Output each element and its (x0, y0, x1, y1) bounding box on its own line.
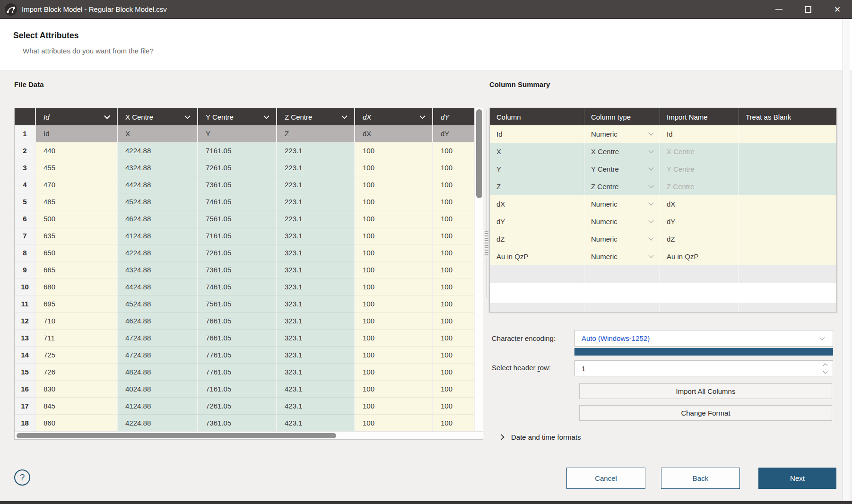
summary-empty-cell (739, 303, 836, 312)
chevron-down-icon (648, 182, 653, 188)
file-data-cell: 4724.88 (118, 330, 198, 347)
file-data-cell: 223.1 (277, 159, 355, 176)
summary-column-type-dropdown[interactable]: Y Centre (584, 160, 660, 178)
summary-treat-as-blank-cell[interactable] (739, 160, 836, 178)
row-number-cell: 6 (15, 210, 36, 227)
summary-column-type-dropdown[interactable]: Numeric (584, 195, 660, 213)
horizontal-scrollbar-thumb[interactable] (17, 433, 336, 438)
row-number-cell: 7 (15, 227, 36, 244)
file-column-header[interactable]: dX (355, 108, 433, 125)
summary-import-name-cell[interactable]: Y Centre (660, 160, 739, 178)
summary-treat-as-blank-cell[interactable] (739, 248, 836, 265)
chevron-down-icon[interactable] (184, 113, 191, 119)
row-number-cell: 16 (15, 381, 36, 398)
summary-column-type-dropdown[interactable]: Numeric (584, 248, 660, 265)
summary-import-name-cell[interactable]: Z Centre (660, 178, 739, 195)
summary-import-name-cell[interactable]: dZ (660, 230, 739, 248)
file-data-horizontal-scrollbar[interactable] (15, 431, 483, 439)
close-button[interactable]: ✕ (823, 0, 852, 19)
file-data-cell: 500 (36, 210, 118, 227)
summary-treat-as-blank-cell[interactable] (739, 213, 836, 230)
file-data-cell: 4624.88 (118, 210, 198, 227)
chevron-down-icon (648, 235, 653, 240)
minimize-button[interactable] (764, 0, 793, 19)
file-data-cell: 223.1 (277, 176, 355, 193)
file-data-cell: 423.1 (277, 381, 355, 398)
back-button[interactable]: Back (661, 468, 740, 489)
splitter-grip-handle[interactable] (485, 231, 489, 257)
summary-column-name-cell: Z (490, 178, 584, 195)
summary-column-type-dropdown[interactable]: Numeric (584, 125, 660, 143)
row-number-cell: 12 (15, 313, 36, 330)
file-data-cell: 7261.05 (198, 244, 277, 261)
chevron-down-icon[interactable] (104, 113, 110, 119)
file-data-cell: 323.1 (277, 313, 355, 330)
summary-treat-as-blank-cell[interactable] (739, 230, 836, 248)
chevron-down-icon[interactable] (263, 113, 270, 119)
chevron-down-icon (648, 252, 653, 258)
file-data-cell: 100 (433, 398, 475, 415)
file-data-cell: 4224.88 (118, 415, 198, 432)
summary-empty-cell (490, 265, 584, 283)
file-data-cell: 7761.05 (198, 347, 277, 364)
file-column-header[interactable]: Y Centre (198, 108, 277, 125)
summary-empty-cell (660, 265, 739, 283)
panel-splitter (486, 109, 489, 298)
summary-treat-as-blank-cell[interactable] (739, 143, 836, 160)
summary-column-type-dropdown[interactable]: Numeric (584, 230, 660, 248)
help-button[interactable]: ? (14, 469, 30, 486)
change-format-button[interactable]: Change Format (579, 405, 832, 421)
file-data-table: IdX CentreY CentreZ CentredXdY1IdXYZdXdY… (14, 108, 483, 440)
encoding-progress-bar (574, 348, 833, 356)
summary-column-name-cell: dZ (490, 230, 584, 248)
import-all-columns-button[interactable]: Import All Columns (579, 383, 832, 399)
summary-import-name-cell[interactable]: dX (660, 195, 739, 213)
summary-treat-as-blank-cell[interactable] (739, 125, 836, 143)
summary-column-type-dropdown[interactable]: Numeric (584, 213, 660, 230)
chevron-down-icon[interactable] (341, 113, 348, 119)
summary-import-name-cell[interactable]: dY (660, 213, 739, 230)
vertical-scrollbar-thumb[interactable] (476, 109, 482, 198)
file-data-cell: 7361.05 (198, 176, 277, 193)
date-time-formats-expander[interactable]: Date and time formats (499, 431, 581, 443)
chevron-down-icon[interactable] (823, 369, 828, 374)
file-data-cell: 100 (433, 364, 475, 381)
file-column-header-label: Z Centre (285, 113, 342, 121)
row-number-cell: 2 (15, 142, 36, 159)
file-column-header[interactable]: Z Centre (277, 108, 355, 125)
summary-treat-as-blank-cell[interactable] (739, 178, 836, 195)
row-number-cell: 8 (15, 244, 36, 261)
file-data-cell: 680 (36, 278, 118, 295)
file-column-header[interactable]: dY (433, 108, 475, 125)
file-data-cell: 100 (355, 176, 433, 193)
window-title: Import Block Model - Regular Block Model… (22, 5, 167, 13)
summary-column-header: Column (490, 108, 584, 125)
summary-import-name-cell[interactable]: X Centre (660, 143, 739, 160)
file-data-cell: 7161.05 (198, 142, 277, 159)
page-subtitle: What attributes do you want from the fil… (23, 47, 154, 55)
file-data-cell: 100 (433, 415, 475, 432)
maximize-button[interactable] (793, 0, 823, 19)
file-data-cell: 100 (433, 244, 475, 261)
file-data-cell: 4224.88 (118, 244, 198, 261)
file-column-header[interactable]: Id (36, 108, 118, 125)
file-data-cell: 323.1 (277, 347, 355, 364)
file-column-header[interactable]: X Centre (118, 108, 198, 125)
header-row-spinner[interactable]: 1 (574, 360, 833, 376)
summary-import-name-cell[interactable]: Id (660, 125, 739, 143)
summary-import-name-cell[interactable]: Au in QzP (660, 248, 739, 265)
next-button[interactable]: Next (758, 468, 836, 489)
chevron-up-icon[interactable] (823, 363, 828, 368)
summary-treat-as-blank-cell[interactable] (739, 195, 836, 213)
file-data-cell: 4024.88 (118, 381, 198, 398)
chevron-down-icon[interactable] (419, 113, 426, 119)
character-encoding-dropdown[interactable]: Auto (Windows-1252) (574, 330, 833, 347)
file-data-cell: 223.1 (277, 142, 355, 159)
summary-column-type-dropdown[interactable]: Z Centre (584, 178, 660, 195)
summary-column-type-dropdown[interactable]: X Centre (584, 143, 660, 160)
file-column-header-label: Id (43, 113, 105, 121)
cancel-button[interactable]: Cancel (566, 468, 645, 489)
file-data-cell: 100 (355, 193, 433, 210)
summary-column-header: Treat as Blank (739, 108, 836, 125)
file-data-vertical-scrollbar[interactable] (475, 108, 483, 432)
